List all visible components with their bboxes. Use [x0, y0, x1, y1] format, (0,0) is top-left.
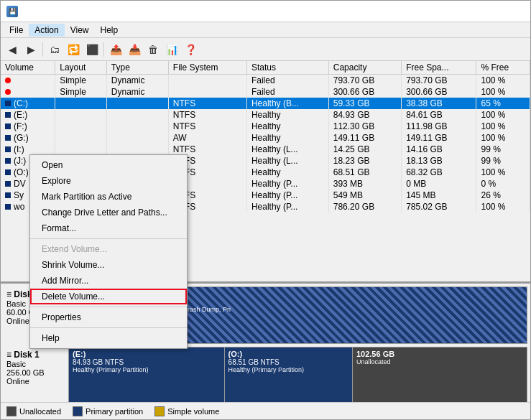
col-header-free[interactable]: Free Spa... — [402, 61, 476, 75]
ctx-open[interactable]: Open — [30, 157, 187, 173]
ctx-format[interactable]: Format... — [30, 220, 187, 236]
ctx-add-mirror[interactable]: Add Mirror... — [30, 273, 187, 289]
menu-help[interactable]: Help — [95, 24, 124, 37]
toolbar: ◀ ▶ 🗂 🔁 ⬛ 📤 📥 🗑 📊 ❓ — [1, 38, 530, 61]
minimize-button[interactable] — [466, 4, 484, 19]
table-row[interactable]: (I:) — [1, 144, 55, 155]
ctx-explore[interactable]: Explore — [30, 173, 187, 189]
ctx-sep-2 — [30, 307, 187, 307]
title-left: 💾 — [6, 6, 22, 17]
table-row[interactable]: (C:) — [1, 98, 55, 109]
forward-button[interactable]: ▶ — [22, 41, 40, 58]
col-header-type[interactable]: Type — [106, 61, 168, 75]
disk-1-seg-e[interactable]: (E:) 84.93 GB NTFS Healthy (Primary Part… — [69, 347, 225, 402]
menu-bar: File Action View Help — [1, 22, 530, 38]
table-row[interactable]: (E:) — [1, 109, 55, 121]
ctx-change-drive[interactable]: Change Drive Letter and Paths... — [30, 205, 187, 220]
context-menu: Open Explore Mark Partition as Active Ch… — [29, 154, 188, 349]
toolbar-separator-1 — [42, 42, 43, 57]
toolbar-btn-2[interactable]: 🔁 — [65, 41, 82, 58]
app-icon: 💾 — [6, 6, 18, 17]
legend-simple: Simple volume — [154, 406, 219, 416]
table-row[interactable] — [1, 75, 55, 87]
table-row[interactable]: (F:) — [1, 121, 55, 132]
toolbar-btn-1[interactable]: 🗂 — [46, 41, 63, 58]
title-controls — [466, 4, 525, 19]
ctx-sep-1 — [30, 238, 187, 239]
legend-primary-label: Primary partition — [86, 407, 143, 416]
ctx-shrink[interactable]: Shrink Volume... — [30, 257, 187, 273]
toolbar-separator-2 — [103, 42, 104, 57]
table-row[interactable]: (G:) — [1, 132, 55, 144]
ctx-sep-3 — [30, 327, 187, 328]
disk-1-status: Online — [6, 377, 65, 386]
disk-1-label: ≡ Disk 1 Basic 256.00 GB Online — [4, 347, 68, 402]
ctx-delete-volume[interactable]: Delete Volume... — [30, 289, 187, 304]
legend-unallocated-label: Unallocated — [19, 407, 61, 416]
back-button[interactable]: ◀ — [4, 41, 21, 58]
maximize-button[interactable] — [486, 4, 504, 19]
toolbar-btn-5[interactable]: 📥 — [126, 41, 143, 58]
col-header-status[interactable]: Status — [246, 61, 328, 75]
legend-primary: Primary partition — [73, 406, 143, 416]
legend-simple-box — [154, 406, 165, 416]
ctx-properties[interactable]: Properties — [30, 309, 187, 325]
col-header-fs[interactable]: File System — [168, 61, 246, 75]
disk-1-seg-unallocated[interactable]: 102.56 GB Unallocated — [353, 347, 527, 402]
menu-action[interactable]: Action — [29, 24, 64, 37]
toolbar-btn-6[interactable]: 🗑 — [144, 41, 162, 58]
disk-management-window: 💾 File Action View Help ◀ ▶ 🗂 🔁 ⬛ 📤 📥 🗑 … — [0, 0, 531, 420]
title-bar: 💾 — [1, 1, 530, 22]
toolbar-btn-4[interactable]: 📤 — [107, 41, 124, 58]
menu-view[interactable]: View — [65, 24, 95, 37]
menu-file[interactable]: File — [4, 24, 29, 37]
toolbar-btn-8[interactable]: ❓ — [182, 41, 199, 58]
toolbar-btn-7[interactable]: 📊 — [163, 41, 180, 58]
legend: Unallocated Primary partition Simple vol… — [1, 402, 530, 419]
col-header-layout[interactable]: Layout — [55, 61, 107, 75]
main-content: Volume Layout Type File System Status Ca… — [1, 61, 530, 402]
ctx-extend: Extend Volume... — [30, 241, 187, 257]
legend-primary-box — [73, 406, 83, 416]
disk-1-segments: (E:) 84.93 GB NTFS Healthy (Primary Part… — [68, 347, 527, 402]
legend-unallocated-box — [6, 406, 17, 416]
table-row[interactable] — [1, 86, 55, 98]
col-header-capacity[interactable]: Capacity — [328, 61, 401, 75]
close-button[interactable] — [506, 4, 525, 19]
ctx-help[interactable]: Help — [30, 330, 187, 346]
disk-1-seg-o[interactable]: (O:) 68.51 GB NTFS Healthy (Primary Part… — [225, 347, 353, 402]
legend-unallocated: Unallocated — [6, 406, 61, 416]
disk-1-row: ≡ Disk 1 Basic 256.00 GB Online (E:) 84.… — [4, 347, 527, 402]
toolbar-btn-3[interactable]: ⬛ — [83, 41, 101, 58]
legend-simple-label: Simple volume — [167, 407, 219, 416]
disk-1-size: 256.00 GB — [6, 368, 65, 377]
col-header-pct[interactable]: % Free — [476, 61, 530, 75]
ctx-mark-active[interactable]: Mark Partition as Active — [30, 189, 187, 205]
col-header-volume[interactable]: Volume — [1, 61, 55, 75]
disk-1-type: Basic — [6, 360, 65, 368]
disk-1-name: ≡ Disk 1 — [6, 350, 65, 360]
